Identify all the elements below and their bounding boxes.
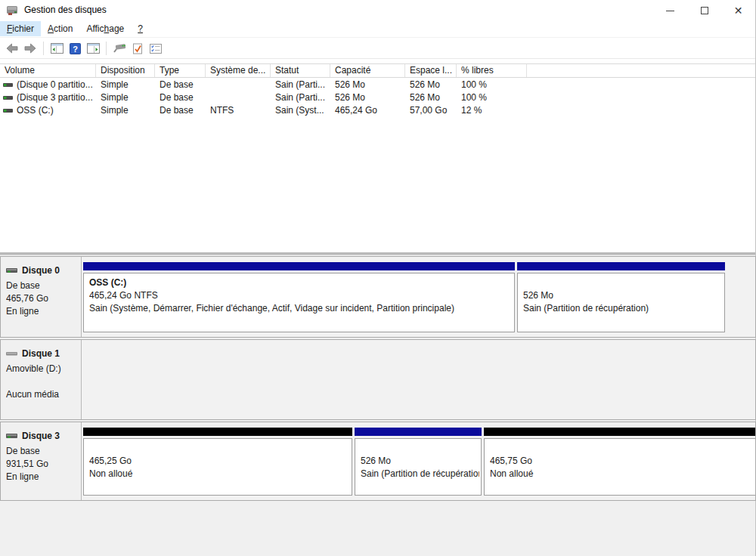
disk-type: De base (6, 445, 79, 458)
forward-button[interactable] (21, 40, 39, 57)
disk-name: Disque 1 (22, 348, 60, 359)
cell-espace: 526 Mo (405, 91, 457, 104)
column-header-libres[interactable]: % libres (457, 64, 527, 77)
disk-management-app-icon (6, 5, 20, 16)
partition-title (490, 442, 756, 455)
partition-recovery-disque0[interactable]: 526 Mo Sain (Partition de récupération) (517, 262, 725, 332)
disk-icon (6, 267, 18, 273)
partition-title (361, 442, 479, 455)
disk-row-disque1: Disque 1 Amovible (D:) Aucun média (0, 339, 756, 420)
partition-status: Non alloué (490, 468, 756, 480)
partition-color-bar (484, 428, 756, 436)
disk-content-disque0: OSS (C:) 465,24 Go NTFS Sain (Système, D… (82, 257, 755, 337)
menu-bar: Fichier Action Affichage ? (0, 20, 755, 38)
cell-statut: Sain (Parti... (271, 91, 330, 104)
cell-capacite: 465,24 Go (330, 104, 405, 117)
cell-disposition: Simple (96, 104, 155, 117)
partition-size: 526 Mo (361, 455, 479, 468)
cell-systeme (206, 91, 271, 104)
cell-capacite: 526 Mo (330, 79, 405, 91)
cell-capacite: 526 Mo (330, 91, 405, 104)
column-header-statut[interactable]: Statut (271, 64, 330, 77)
partition-size: 526 Mo (523, 289, 723, 302)
cell-espace: 526 Mo (405, 79, 457, 91)
disk-label-disque3[interactable]: Disque 3 De base 931,51 Go En ligne (1, 422, 82, 500)
partition-size: 465,25 Go (89, 455, 350, 468)
disk-size: 931,51 Go (6, 458, 79, 471)
partition-status: Non alloué (89, 468, 350, 480)
column-header-systeme[interactable]: Système de... (206, 64, 271, 77)
disk-status: En ligne (6, 305, 79, 318)
partition-oss-c[interactable]: OSS (C:) 465,24 Go NTFS Sain (Système, D… (83, 262, 515, 332)
volume-row-oss-c[interactable]: OSS (C:) Simple De base NTFS Sain (Syst.… (0, 104, 755, 117)
partition-size: 465,75 Go (490, 455, 756, 468)
partition-color-bar (83, 262, 515, 270)
cell-libres: 12 % (457, 104, 527, 117)
volume-icon (3, 82, 14, 88)
disk-name: Disque 0 (22, 265, 60, 276)
partition-unallocated-2[interactable]: 465,75 Go Non alloué (484, 428, 756, 496)
back-button[interactable] (3, 40, 21, 57)
disk-content-disque3: 465,25 Go Non alloué 526 Mo Sain (Partit… (82, 422, 756, 500)
menu-affichage[interactable]: Affichage (79, 21, 131, 36)
toolbar: ? (0, 39, 755, 59)
toolbar-separator (43, 42, 44, 55)
cell-type: De base (155, 91, 206, 104)
volume-name: (Disque 3 partitio... (17, 91, 93, 104)
cell-statut: Sain (Syst... (271, 104, 330, 117)
column-header-type[interactable]: Type (155, 64, 206, 77)
partition-status: Sain (Partition de récupération) (523, 302, 723, 315)
forward-icon (24, 43, 36, 54)
volume-row-disque0-partition[interactable]: (Disque 0 partitio... Simple De base Sai… (0, 79, 755, 91)
column-header-disposition[interactable]: Disposition (96, 64, 155, 77)
volume-row-disque3-partition[interactable]: (Disque 3 partitio... Simple De base Sai… (0, 91, 755, 104)
check-document-button[interactable] (129, 40, 147, 57)
pane-splitter[interactable] (0, 252, 755, 255)
disk-icon (6, 433, 18, 439)
menu-fichier[interactable]: Fichier (0, 21, 41, 36)
partition-color-bar (355, 428, 482, 436)
volume-icon (3, 108, 14, 113)
console-tree-icon (51, 43, 64, 54)
disk-name: Disque 3 (22, 431, 60, 441)
cell-systeme (206, 79, 271, 91)
partition-status: Sain (Système, Démarrer, Fichier d'échan… (89, 302, 513, 315)
disk-label-disque0[interactable]: Disque 0 De base 465,76 Go En ligne (1, 257, 82, 337)
window-title: Gestion des disques (24, 5, 107, 15)
close-button[interactable]: ✕ (721, 0, 755, 21)
close-icon: ✕ (734, 5, 743, 16)
cell-espace: 57,00 Go (405, 104, 457, 117)
partition-recovery-disque3[interactable]: 526 Mo Sain (Partition de récupération) (355, 428, 482, 496)
volume-name: OSS (C:) (17, 104, 54, 117)
volume-table-header: Volume Disposition Type Système de... St… (0, 63, 755, 78)
maximize-icon (701, 7, 708, 14)
disk-type: Amovible (D:) (6, 363, 79, 375)
partition-unallocated-1[interactable]: 465,25 Go Non alloué (83, 428, 352, 496)
menu-help[interactable]: ? (131, 21, 150, 36)
properties-button[interactable] (147, 40, 165, 57)
disk-label-disque1[interactable]: Disque 1 Amovible (D:) Aucun média (1, 340, 82, 419)
disk-status: En ligne (6, 471, 79, 483)
partition-size: 465,24 Go NTFS (89, 289, 513, 302)
minimize-button[interactable] (653, 0, 687, 21)
partition-status: Sain (Partition de récupération) (361, 468, 479, 480)
help-button[interactable]: ? (66, 40, 84, 57)
show-action-pane-button[interactable] (84, 40, 102, 57)
action-pane-icon (87, 43, 100, 54)
partition-color-bar (83, 428, 352, 436)
partition-title (523, 276, 723, 289)
column-header-capacite[interactable]: Capacité (330, 64, 405, 77)
minimize-icon (666, 11, 674, 11)
cell-type: De base (155, 104, 206, 117)
column-header-espace[interactable]: Espace l... (405, 64, 457, 77)
toolbar-separator (106, 42, 107, 55)
svg-text:?: ? (73, 44, 78, 53)
disk-content-disque1[interactable] (82, 340, 755, 419)
menu-action[interactable]: Action (41, 21, 79, 36)
cell-disposition: Simple (96, 91, 155, 104)
rescan-disks-button[interactable] (110, 40, 129, 57)
maximize-button[interactable] (687, 0, 721, 21)
column-header-volume[interactable]: Volume (0, 64, 96, 77)
show-console-tree-button[interactable] (48, 40, 66, 57)
properties-icon (150, 44, 162, 54)
